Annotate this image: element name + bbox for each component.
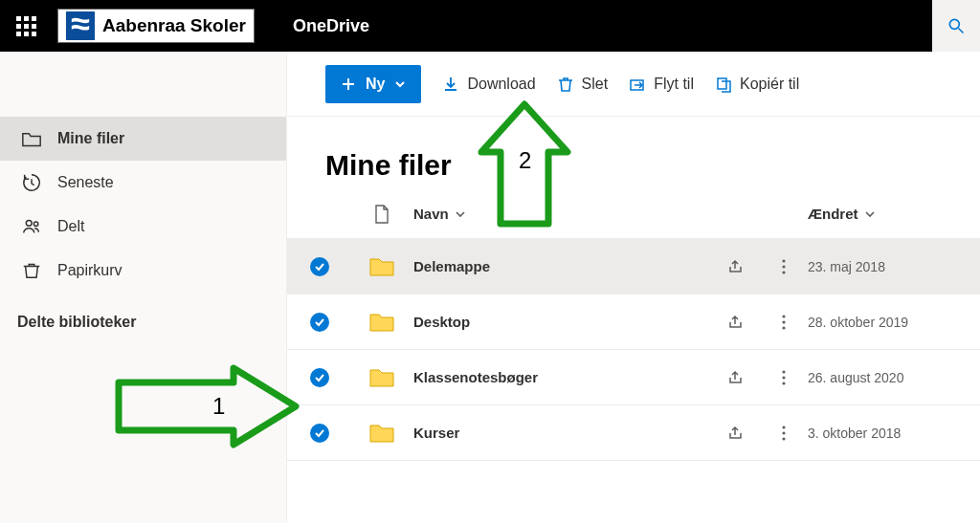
new-button[interactable]: Ny (325, 65, 421, 103)
new-button-label: Ny (366, 76, 385, 93)
table-header: Navn Ændret (287, 189, 980, 239)
row-checkbox[interactable] (310, 257, 329, 276)
file-name[interactable]: Delemappe (410, 258, 712, 274)
svg-point-10 (782, 320, 785, 323)
download-button[interactable]: Download (442, 76, 535, 93)
file-name[interactable]: Desktop (410, 314, 712, 330)
search-icon (947, 16, 966, 35)
more-button[interactable] (760, 425, 808, 441)
tenant-name: Aabenraa Skoler (102, 15, 246, 36)
svg-point-12 (782, 370, 785, 373)
move-to-button[interactable]: Flyt til (629, 76, 694, 93)
more-button[interactable] (760, 370, 808, 385)
folder-icon (354, 423, 410, 444)
history-icon (21, 172, 42, 193)
chevron-down-icon (394, 78, 406, 90)
app-header: Aabenraa Skoler OneDrive (0, 0, 980, 52)
column-header-modified[interactable]: Ændret (808, 206, 980, 222)
table-row[interactable]: Klassenotesbøger 26. august 2020 (287, 350, 980, 405)
sidebar-item-recycle[interactable]: Papirkurv (0, 249, 286, 293)
modified-date: 26. august 2020 (808, 370, 980, 385)
more-button[interactable] (760, 315, 808, 330)
download-label: Download (467, 76, 535, 93)
chevron-down-icon (864, 208, 876, 220)
sidebar-item-shared[interactable]: Delt (0, 205, 286, 249)
row-checkbox[interactable] (310, 368, 329, 387)
tenant-logo-icon (66, 11, 95, 40)
svg-point-13 (782, 376, 785, 379)
sidebar-item-label: Mine filer (57, 130, 124, 147)
svg-point-15 (782, 425, 785, 428)
svg-point-7 (782, 265, 785, 268)
svg-rect-5 (718, 78, 726, 89)
app-name: OneDrive (293, 16, 369, 36)
copy-to-label: Kopiér til (740, 76, 799, 93)
plus-icon (341, 76, 356, 92)
share-button[interactable] (712, 425, 760, 442)
copy-to-button[interactable]: Kopiér til (715, 76, 799, 93)
download-icon (442, 76, 459, 93)
svg-point-2 (26, 220, 32, 226)
svg-point-6 (782, 259, 785, 262)
modified-date: 3. oktober 2018 (808, 425, 980, 441)
folder-icon (354, 312, 410, 333)
app-launcher-button[interactable] (0, 0, 52, 52)
svg-point-11 (782, 326, 785, 329)
sidebar-item-label: Delt (57, 218, 84, 235)
search-button[interactable] (932, 0, 980, 52)
sidebar-section-shared-libraries: Delte biblioteker (0, 293, 286, 331)
trash-icon (21, 260, 42, 281)
svg-point-0 (949, 19, 959, 29)
file-name[interactable]: Klassenotesbøger (410, 369, 712, 385)
tenant-badge[interactable]: Aabenraa Skoler (57, 9, 255, 43)
table-row[interactable]: Delemappe 23. maj 2018 (287, 239, 980, 294)
sidebar-item-label: Seneste (57, 174, 114, 191)
row-checkbox[interactable] (310, 424, 329, 443)
folder-icon (354, 256, 410, 277)
table-row[interactable]: Desktop 28. oktober 2019 (287, 294, 980, 350)
table-row[interactable]: Kurser 3. oktober 2018 (287, 405, 980, 461)
delete-icon (557, 76, 574, 93)
modified-date: 28. oktober 2019 (808, 315, 980, 330)
delete-button[interactable]: Slet (557, 76, 609, 93)
move-to-label: Flyt til (654, 76, 694, 93)
command-bar: Ny Download Slet Flyt til (287, 52, 980, 117)
file-type-column-icon[interactable] (354, 205, 410, 224)
move-to-icon (629, 76, 646, 93)
delete-label: Slet (582, 76, 609, 93)
sidebar-item-recent[interactable]: Seneste (0, 161, 286, 205)
svg-point-17 (782, 437, 785, 440)
chevron-down-icon (455, 208, 466, 220)
share-button[interactable] (712, 258, 760, 275)
sidebar-item-label: Papirkurv (57, 262, 122, 279)
modified-date: 23. maj 2018 (808, 259, 980, 274)
sidebar: Mine filer Seneste Delt Papirkurv Delte … (0, 52, 287, 523)
share-button[interactable] (712, 314, 760, 331)
file-table: Navn Ændret Delemappe 23. maj 2018 (287, 189, 980, 461)
svg-point-8 (782, 271, 785, 273)
share-button[interactable] (712, 369, 760, 386)
folder-outline-icon (21, 128, 42, 149)
folder-icon (354, 367, 410, 388)
sidebar-item-my-files[interactable]: Mine filer (0, 117, 286, 161)
file-name[interactable]: Kurser (410, 425, 712, 441)
row-checkbox[interactable] (310, 313, 329, 332)
more-button[interactable] (760, 259, 808, 274)
page-title: Mine filer (287, 117, 980, 189)
column-header-name[interactable]: Navn (410, 206, 712, 222)
svg-point-9 (782, 315, 785, 317)
svg-point-3 (33, 222, 37, 226)
svg-point-16 (782, 431, 785, 434)
people-icon (21, 216, 42, 237)
copy-to-icon (715, 76, 732, 93)
waffle-icon (16, 16, 36, 36)
svg-point-14 (782, 381, 785, 384)
main-content: Ny Download Slet Flyt til (287, 52, 980, 523)
svg-line-1 (959, 29, 964, 33)
